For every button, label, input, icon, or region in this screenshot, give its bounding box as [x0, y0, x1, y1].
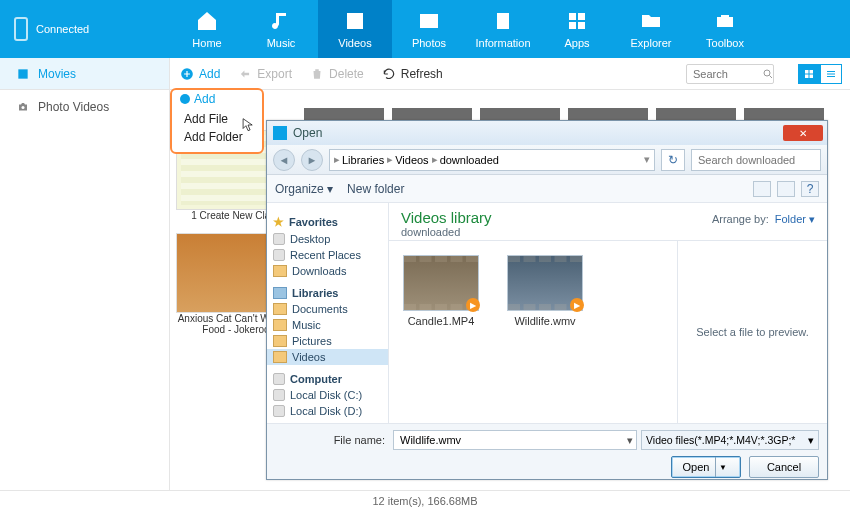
dialog-address-bar: ◄ ► ▸ Libraries▸ Videos▸ downloaded ▾ ↻	[267, 145, 827, 175]
nav-documents[interactable]: Documents	[267, 301, 388, 317]
chevron-down-icon[interactable]: ▾	[627, 434, 633, 447]
folder-icon	[273, 265, 287, 277]
nav-home[interactable]: Home	[170, 0, 244, 58]
nav-computer[interactable]: Computer	[267, 371, 388, 387]
dialog-search-input[interactable]	[691, 149, 821, 171]
toolbar-actions: Add Export Delete Refresh	[170, 67, 443, 81]
folder-icon	[273, 351, 287, 363]
list-icon	[825, 68, 837, 80]
dialog-file-area: Videos library downloaded Arrange by: Fo…	[389, 203, 827, 423]
filename-input[interactable]	[393, 430, 637, 450]
back-button[interactable]: ◄	[273, 149, 295, 171]
nav-apps[interactable]: Apps	[540, 0, 614, 58]
refresh-icon: ↻	[668, 153, 678, 167]
file-label: Candle1.MP4	[408, 315, 475, 327]
nav-photos[interactable]: Photos	[392, 0, 466, 58]
file-grid: ▶ Candle1.MP4 ▶ Wildlife.wmv	[389, 241, 677, 423]
library-header: Videos library downloaded Arrange by: Fo…	[389, 203, 827, 241]
file-item[interactable]: ▶ Wildlife.wmv	[505, 255, 585, 327]
music-icon	[269, 9, 293, 33]
camera-icon	[16, 101, 30, 113]
video-thumbnail: ▶	[403, 255, 479, 311]
sidebar: Photo Videos	[0, 90, 170, 490]
nav-videos[interactable]: Videos	[318, 0, 392, 58]
nav-desktop[interactable]: Desktop	[267, 231, 388, 247]
main: Photo Videos 1 Create New Claim Anxious …	[0, 90, 850, 490]
chevron-right-icon: ▸	[334, 153, 340, 166]
arrange-dropdown[interactable]: Folder ▾	[775, 213, 815, 226]
view-list[interactable]	[820, 64, 842, 84]
help-button[interactable]: ?	[801, 181, 819, 197]
nav-information[interactable]: Information	[466, 0, 540, 58]
disk-icon	[273, 389, 285, 401]
refresh-button[interactable]: Refresh	[382, 67, 443, 81]
refresh-icon	[382, 67, 396, 81]
film-icon	[16, 67, 30, 81]
sidebar-tab-movies[interactable]: Movies	[0, 58, 170, 89]
nav-libraries[interactable]: Libraries	[267, 285, 388, 301]
file-label: Wildlife.wmv	[514, 315, 575, 327]
nav-music-lib[interactable]: Music	[267, 317, 388, 333]
folder-icon	[273, 303, 287, 315]
close-button[interactable]: ✕	[783, 125, 823, 141]
dialog-titlebar: Open ✕	[267, 121, 827, 145]
nav-favorites[interactable]: ★Favorites	[267, 213, 388, 231]
topbar: Connected Home Music Videos Photos Infor…	[0, 0, 850, 58]
delete-button[interactable]: Delete	[310, 67, 364, 81]
nav-toolbox[interactable]: Toolbox	[688, 0, 762, 58]
info-icon	[491, 9, 515, 33]
open-split-button[interactable]: ▼	[715, 457, 729, 477]
view-toggle	[798, 64, 842, 84]
svg-point-1	[764, 70, 770, 76]
back-icon: ◄	[279, 154, 290, 166]
view-grid[interactable]	[798, 64, 820, 84]
add-dropdown: Add Add File Add Folder	[170, 88, 264, 154]
nav-explorer[interactable]: Explorer	[614, 0, 688, 58]
recent-icon	[273, 249, 285, 261]
file-item[interactable]: ▶ Candle1.MP4	[401, 255, 481, 327]
view-options-button[interactable]	[753, 181, 771, 197]
play-icon: ▶	[570, 298, 584, 312]
folder-icon	[273, 335, 287, 347]
add-button[interactable]: Add	[180, 67, 220, 81]
chevron-down-icon: ▾	[327, 182, 333, 196]
preview-pane: Select a file to preview.	[677, 241, 827, 423]
chevron-down-icon[interactable]: ▾	[644, 153, 650, 166]
dialog-body: ★Favorites Desktop Recent Places Downloa…	[267, 203, 827, 423]
nav-recent[interactable]: Recent Places	[267, 247, 388, 263]
dialog-title: Open	[293, 126, 322, 140]
arrange-label: Arrange by:	[712, 213, 769, 225]
preview-hint: Select a file to preview.	[696, 326, 809, 338]
nav-pictures[interactable]: Pictures	[267, 333, 388, 349]
forward-button[interactable]: ►	[301, 149, 323, 171]
forward-icon: ►	[307, 154, 318, 166]
computer-icon	[273, 373, 285, 385]
library-subtitle: downloaded	[401, 226, 492, 238]
chevron-down-icon: ▾	[809, 213, 815, 225]
address-refresh-button[interactable]: ↻	[661, 149, 685, 171]
disk-icon	[273, 405, 285, 417]
filetype-select[interactable]: Video files(*.MP4;*.M4V;*.3GP;* ▾	[641, 430, 819, 450]
desktop-icon	[273, 233, 285, 245]
sidebar-item-photo-videos[interactable]: Photo Videos	[0, 96, 169, 118]
svg-point-2	[22, 106, 25, 109]
nav-music[interactable]: Music	[244, 0, 318, 58]
status-bar: 12 item(s), 166.68MB	[0, 490, 850, 510]
organize-button[interactable]: Organize ▾	[275, 182, 333, 196]
new-folder-button[interactable]: New folder	[347, 182, 404, 196]
status-text: 12 item(s), 166.68MB	[372, 495, 477, 507]
libraries-icon	[273, 287, 287, 299]
preview-pane-button[interactable]	[777, 181, 795, 197]
nav-downloads[interactable]: Downloads	[267, 263, 388, 279]
cancel-button[interactable]: Cancel	[749, 456, 819, 478]
open-button[interactable]: Open ▼	[671, 456, 741, 478]
nav-disk-c[interactable]: Local Disk (C:)	[267, 387, 388, 403]
search-input[interactable]	[686, 64, 774, 84]
file-area: ▶ Candle1.MP4 ▶ Wildlife.wmv Select a fi…	[389, 241, 827, 423]
breadcrumb[interactable]: ▸ Libraries▸ Videos▸ downloaded ▾	[329, 149, 655, 171]
folder-icon	[273, 319, 287, 331]
nav-videos-lib[interactable]: Videos	[267, 349, 388, 365]
nav-disk-d[interactable]: Local Disk (D:)	[267, 403, 388, 419]
export-button[interactable]: Export	[238, 67, 292, 81]
explorer-icon	[639, 9, 663, 33]
